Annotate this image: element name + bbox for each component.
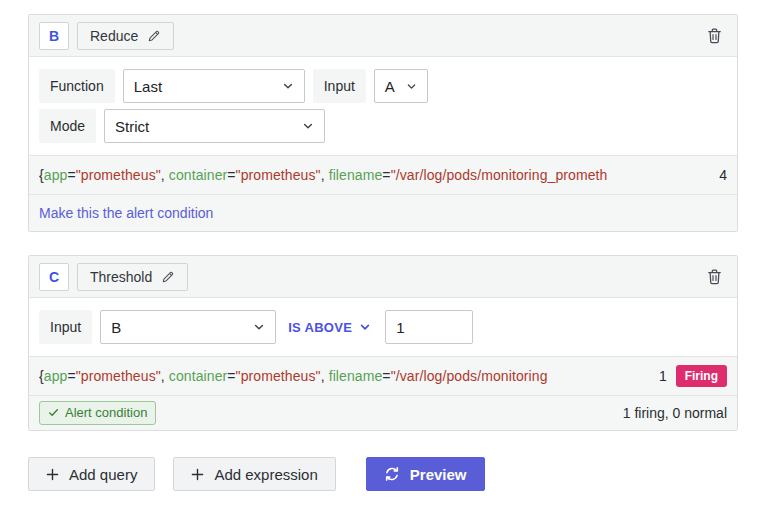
alert-expressions-editor: B Reduce Function Last [0, 0, 765, 491]
add-query-label: Add query [69, 466, 137, 483]
query-ref-letter: C [49, 269, 59, 285]
expression-panel-reduce: B Reduce Function Last [28, 14, 738, 232]
make-alert-condition-link[interactable]: Make this the alert condition [39, 205, 213, 221]
series-value: 4 [719, 167, 727, 183]
panel-header-reduce: B Reduce [29, 15, 737, 57]
sync-icon [384, 466, 400, 482]
firing-summary-text: 1 firing, 0 normal [623, 405, 727, 421]
alert-condition-label: Alert condition [65, 405, 147, 420]
threshold-operator-dropdown[interactable]: IS ABOVE [288, 320, 371, 335]
editor-actions-bar: Add query Add expression Preview [28, 457, 765, 491]
function-select[interactable]: Last [123, 69, 305, 103]
expression-panel-threshold: C Threshold Input B [28, 255, 738, 431]
chevron-down-icon [282, 80, 294, 92]
panel-body-reduce: Function Last Input A Mode [29, 57, 737, 155]
series-value: 1 [659, 368, 667, 384]
reduce-controls-row-2: Mode Strict [39, 109, 727, 143]
chevron-down-icon [253, 321, 265, 333]
chevron-down-icon [359, 321, 371, 333]
firing-status-badge: Firing [676, 365, 727, 387]
preview-button[interactable]: Preview [366, 457, 485, 491]
check-icon [48, 407, 59, 418]
threshold-footer-row: Alert condition 1 firing, 0 normal [29, 395, 737, 430]
preview-label: Preview [410, 466, 467, 483]
series-labels: {app="prometheus", container="prometheus… [39, 368, 650, 384]
query-ref-letter: B [49, 28, 59, 44]
mode-label: Mode [39, 109, 96, 143]
add-expression-button[interactable]: Add expression [173, 457, 335, 491]
plus-icon [46, 468, 59, 481]
threshold-controls-row: Input B IS ABOVE [39, 310, 727, 344]
threshold-operator-value: IS ABOVE [288, 320, 352, 335]
rename-expression-button-reduce[interactable]: Reduce [77, 22, 174, 50]
function-label: Function [39, 69, 115, 103]
query-ref-badge-b: B [39, 22, 69, 50]
mode-select-value: Strict [115, 118, 149, 135]
expression-title: Threshold [90, 269, 152, 285]
chevron-down-icon [406, 81, 417, 92]
input-label: Input [313, 69, 366, 103]
alert-condition-badge: Alert condition [39, 401, 156, 425]
panel-header-threshold: C Threshold [29, 256, 737, 298]
expression-title: Reduce [90, 28, 138, 44]
trash-icon [706, 268, 723, 285]
mode-select[interactable]: Strict [104, 109, 325, 143]
reduce-result-row: {app="prometheus", container="prometheus… [29, 155, 737, 194]
threshold-input-select-value: B [111, 319, 121, 336]
input-select[interactable]: A [374, 69, 428, 103]
trash-icon [706, 27, 723, 44]
plus-icon [191, 468, 204, 481]
chevron-down-icon [302, 120, 314, 132]
add-expression-label: Add expression [214, 466, 317, 483]
delete-expression-button-threshold[interactable] [701, 264, 727, 290]
query-ref-badge-c: C [39, 263, 69, 291]
threshold-input-select[interactable]: B [100, 310, 276, 344]
input-select-value: A [385, 78, 395, 95]
pencil-icon [147, 29, 161, 43]
threshold-value-input[interactable] [385, 310, 473, 344]
rename-expression-button-threshold[interactable]: Threshold [77, 263, 188, 291]
threshold-result-row: {app="prometheus", container="prometheus… [29, 356, 737, 395]
reduce-link-row: Make this the alert condition [29, 194, 737, 231]
delete-expression-button-reduce[interactable] [701, 23, 727, 49]
panel-body-threshold: Input B IS ABOVE [29, 298, 737, 356]
add-query-button[interactable]: Add query [28, 457, 155, 491]
input-label: Input [39, 310, 92, 344]
reduce-controls-row-1: Function Last Input A [39, 69, 727, 103]
series-labels: {app="prometheus", container="prometheus… [39, 167, 710, 183]
function-select-value: Last [134, 78, 162, 95]
pencil-icon [161, 270, 175, 284]
